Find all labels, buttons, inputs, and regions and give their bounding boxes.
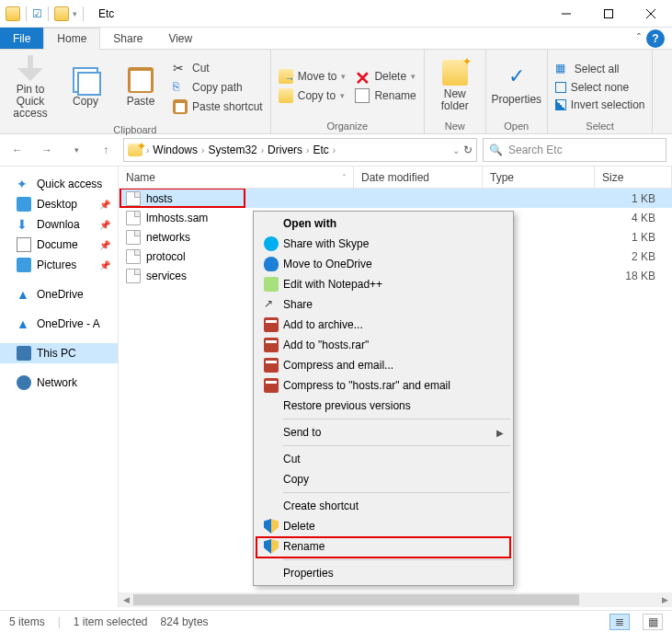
nav-onedrive-a[interactable]: ▲OneDrive - A — [0, 314, 118, 334]
invert-selection-button[interactable]: Invert selection — [553, 98, 647, 112]
nav-this-pc[interactable]: This PC — [0, 343, 118, 363]
group-label-select: Select — [553, 119, 647, 133]
tab-file[interactable]: File — [0, 28, 43, 49]
file-icon — [126, 249, 141, 264]
menu-compress-hosts-email[interactable]: Compress to "hosts.rar" and email — [256, 375, 511, 396]
file-icon — [126, 269, 141, 283]
move-to-button[interactable]: Move to▾ — [277, 68, 348, 85]
status-items: 5 items — [9, 615, 45, 628]
properties-button[interactable]: ✓Properties — [492, 53, 541, 119]
column-headers: Nameˆ Date modified Type Size — [119, 167, 672, 189]
delete-button[interactable]: ✕Delete▾ — [353, 68, 417, 85]
column-header-type[interactable]: Type — [483, 167, 595, 188]
menu-add-archive[interactable]: Add to archive... — [256, 315, 511, 335]
quick-access-toolbar: ☑ ▾ — [0, 6, 91, 21]
close-button[interactable] — [630, 0, 672, 28]
file-icon — [126, 211, 141, 225]
menu-share[interactable]: Share — [256, 294, 511, 315]
nav-desktop[interactable]: Desktop📌 — [0, 194, 118, 214]
refresh-icon[interactable]: ↻ — [463, 144, 473, 156]
menu-edit-notepadpp[interactable]: Edit with Notepad++ — [256, 274, 511, 294]
minimize-button[interactable] — [545, 0, 587, 28]
collapse-ribbon-icon[interactable]: ˆ — [637, 32, 641, 45]
qat-folder-icon[interactable] — [54, 6, 69, 21]
app-icon[interactable] — [6, 6, 20, 21]
select-none-button[interactable]: Select none — [553, 80, 647, 95]
nav-recent-button[interactable]: ▾ — [64, 138, 88, 162]
menu-delete[interactable]: Delete — [256, 516, 511, 536]
breadcrumb-segment[interactable]: Etc — [313, 144, 328, 156]
nav-network[interactable]: Network — [0, 373, 118, 393]
status-bar: 5 items | 1 item selected 824 bytes ≣ ▦ — [0, 610, 672, 632]
pin-to-quick-access-button[interactable]: Pin to Quick access — [6, 53, 55, 122]
tab-view[interactable]: View — [155, 28, 205, 49]
menu-share-skype[interactable]: Share with Skype — [256, 234, 511, 254]
file-row[interactable]: hosts 1 KB — [119, 189, 672, 208]
column-header-date[interactable]: Date modified — [354, 167, 483, 188]
address-bar[interactable]: › Windows› System32› Drivers› Etc› ⌄ ↻ — [123, 138, 477, 162]
context-menu: Open with Share with Skype Move to OneDr… — [253, 211, 514, 586]
menu-properties[interactable]: Properties — [256, 563, 511, 583]
ribbon: Pin to Quick access Copy Paste ✂Cut ⎘Cop… — [0, 50, 672, 134]
ribbon-tabs: File Home Share View ˆ ? — [0, 28, 672, 50]
paste-shortcut-button[interactable]: Paste shortcut — [171, 98, 265, 115]
breadcrumb-segment[interactable]: Drivers — [268, 144, 302, 156]
maximize-button[interactable] — [587, 0, 630, 28]
menu-rename[interactable]: Rename — [256, 536, 511, 557]
nav-downloads[interactable]: ⬇Downloa📌 — [0, 214, 118, 235]
breadcrumb-segment[interactable]: Windows — [153, 144, 198, 156]
status-bytes: 824 bytes — [161, 615, 209, 628]
tab-share[interactable]: Share — [100, 28, 155, 49]
horizontal-scrollbar[interactable]: ◀▶ — [119, 592, 672, 607]
menu-send-to[interactable]: Send to▶ — [256, 422, 511, 442]
qat-properties-icon[interactable]: ☑ — [32, 7, 42, 20]
menu-move-onedrive[interactable]: Move to OneDrive — [256, 254, 511, 274]
menu-open-with[interactable]: Open with — [256, 213, 511, 234]
nav-forward-button[interactable]: → — [35, 138, 59, 162]
nav-documents[interactable]: Docume📌 — [0, 235, 118, 255]
cut-button[interactable]: ✂Cut — [171, 60, 265, 76]
select-all-button[interactable]: ▦Select all — [553, 61, 647, 77]
address-dropdown-icon[interactable]: ⌄ — [452, 145, 460, 155]
menu-compress-email[interactable]: Compress and email... — [256, 355, 511, 375]
view-large-icons-button[interactable]: ▦ — [643, 614, 663, 630]
copy-button[interactable]: Copy — [61, 53, 110, 122]
menu-add-hosts-rar[interactable]: Add to "hosts.rar" — [256, 335, 511, 355]
menu-create-shortcut[interactable]: Create shortcut — [256, 496, 511, 516]
search-icon: 🔍 — [489, 144, 503, 156]
nav-back-button[interactable]: ← — [6, 138, 29, 162]
window-title: Etc — [91, 7, 114, 20]
search-input[interactable]: 🔍 Search Etc — [483, 138, 666, 162]
menu-copy[interactable]: Copy — [256, 469, 511, 489]
file-icon — [126, 191, 141, 206]
group-label-clipboard: Clipboard — [6, 122, 265, 137]
title-bar: ☑ ▾ Etc — [0, 0, 672, 28]
copy-path-button[interactable]: ⎘Copy path — [171, 79, 265, 96]
nav-onedrive[interactable]: ▲OneDrive — [0, 284, 118, 305]
search-placeholder: Search Etc — [508, 144, 563, 156]
column-header-size[interactable]: Size — [595, 167, 672, 188]
nav-up-button[interactable]: ↑ — [94, 138, 118, 162]
paste-button[interactable]: Paste — [116, 53, 165, 122]
rename-button[interactable]: Rename — [353, 87, 417, 104]
address-bar-row: ← → ▾ ↑ › Windows› System32› Drivers› Et… — [0, 134, 672, 166]
file-icon — [126, 230, 141, 245]
breadcrumb-segment[interactable]: System32 — [208, 144, 256, 156]
menu-restore-versions[interactable]: Restore previous versions — [256, 396, 511, 416]
folder-icon — [128, 144, 142, 156]
nav-quick-access[interactable]: ✦Quick access — [0, 174, 118, 194]
copy-to-button[interactable]: Copy to▾ — [277, 87, 348, 104]
new-folder-button[interactable]: New folder — [430, 53, 480, 119]
nav-pictures[interactable]: Pictures📌 — [0, 255, 118, 275]
navigation-pane[interactable]: ✦Quick access Desktop📌 ⬇Downloa📌 Docume📌… — [0, 166, 118, 607]
group-label-open: Open — [492, 119, 541, 133]
group-label-organize: Organize — [277, 119, 418, 133]
view-details-button[interactable]: ≣ — [609, 614, 630, 630]
help-icon[interactable]: ? — [646, 29, 665, 48]
svg-rect-1 — [605, 9, 613, 17]
status-selected: 1 item selected — [74, 615, 148, 628]
menu-cut[interactable]: Cut — [256, 449, 511, 469]
column-header-name[interactable]: Nameˆ — [119, 167, 354, 188]
group-label-new: New — [430, 119, 480, 133]
tab-home[interactable]: Home — [43, 28, 100, 50]
